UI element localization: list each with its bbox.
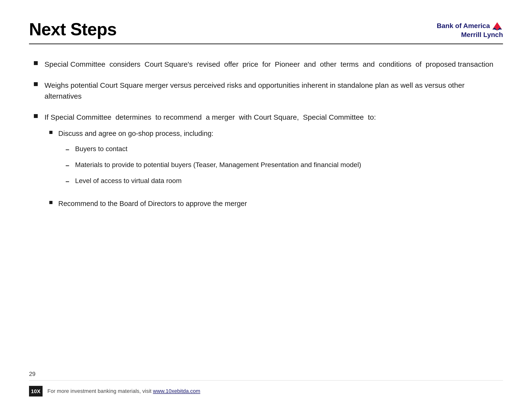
logo-text-line2: Merrill Lynch <box>461 30 503 39</box>
footer-link[interactable]: www.10xebitda.com <box>153 388 200 394</box>
header: Next Steps Bank of America Merrill Lynch <box>29 19 503 39</box>
sub-item-3b: Recommend to the Board of Directors to a… <box>49 198 503 209</box>
sub-sub-item-3a3: – Level of access to virtual data room <box>66 176 503 187</box>
boa-logo-icon <box>491 21 503 30</box>
bullet-text-3: If Special Committee determines to recom… <box>45 112 503 216</box>
sub-text-3b: Recommend to the Board of Directors to a… <box>58 198 503 209</box>
sub-sub-text-3a1: Buyers to contact <box>75 144 127 154</box>
header-divider <box>29 44 503 44</box>
sub-sub-text-3a2: Materials to provide to potential buyers… <box>75 160 361 170</box>
footer-logo-box: 10X <box>29 386 43 396</box>
logo-line2: Merrill Lynch <box>461 30 503 39</box>
footer-logo-text: 10X <box>30 387 41 396</box>
page: Next Steps Bank of America Merrill Lynch <box>0 0 532 411</box>
bullet-square-2 <box>34 82 38 86</box>
content-area: Special Committee considers Court Square… <box>29 59 503 216</box>
bullet-3-main-text: If Special Committee determines to recom… <box>45 113 376 121</box>
footer-content: 10X For more investment banking material… <box>29 386 503 396</box>
page-title: Next Steps <box>29 19 116 39</box>
bullet-item-1: Special Committee considers Court Square… <box>34 59 503 70</box>
sub-sub-list-3a: – Buyers to contact – Materials to provi… <box>66 144 503 187</box>
sub-3a-text: Discuss and agree on go-shop process, in… <box>58 130 214 137</box>
bullet-text-1: Special Committee considers Court Square… <box>45 59 503 70</box>
bullet-square-1 <box>34 61 38 65</box>
sub-sub-text-3a3: Level of access to virtual data room <box>75 176 182 186</box>
dash-3a3: – <box>66 176 69 187</box>
svg-text:10X: 10X <box>31 388 40 394</box>
footer-disclaimer-text: For more investment banking materials, v… <box>48 388 200 394</box>
logo-area: Bank of America Merrill Lynch <box>437 19 503 39</box>
sub-text-3a: Discuss and agree on go-shop process, in… <box>58 128 503 192</box>
logo-text-line1: Bank of America <box>437 21 490 30</box>
sub-item-3a: Discuss and agree on go-shop process, in… <box>49 128 503 192</box>
dash-3a1: – <box>66 144 69 154</box>
sub-sub-item-3a2: – Materials to provide to potential buye… <box>66 160 503 170</box>
bullet-square-3b <box>49 201 52 204</box>
dash-3a2: – <box>66 160 69 170</box>
bullet-text-2: Weighs potential Court Square merger ver… <box>45 80 503 102</box>
sub-sub-item-3a1: – Buyers to contact <box>66 144 503 154</box>
footer: 29 10X For more investment banking mater… <box>29 371 503 396</box>
sub-list-3: Discuss and agree on go-shop process, in… <box>49 128 503 209</box>
logo-line1: Bank of America <box>437 21 503 30</box>
bullet-square-3a <box>49 131 52 134</box>
bullet-square-3 <box>34 114 38 118</box>
bullet-item-2: Weighs potential Court Square merger ver… <box>34 80 503 102</box>
bullet-item-3: If Special Committee determines to recom… <box>34 112 503 216</box>
main-bullet-list: Special Committee considers Court Square… <box>34 59 503 216</box>
page-number: 29 <box>29 371 503 377</box>
footer-divider <box>29 380 503 381</box>
